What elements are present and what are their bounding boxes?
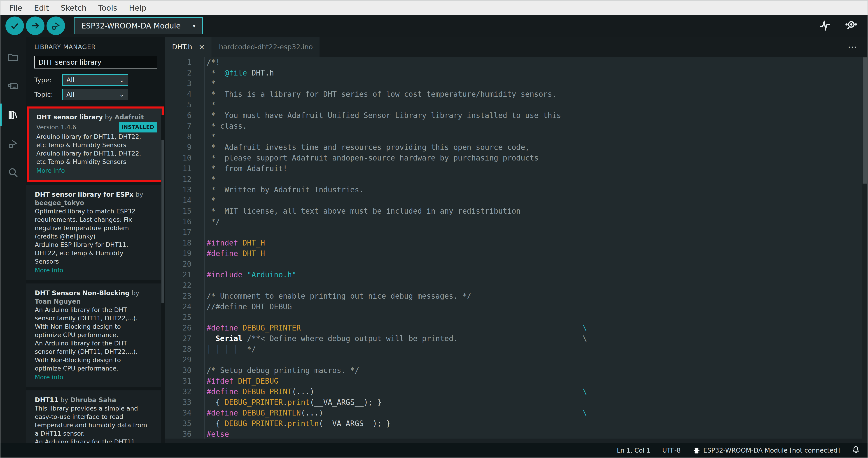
library-entry[interactable]: DHT sensor library by AdafruitVersion 1.… [27, 107, 164, 182]
menu-item-file[interactable]: File [4, 3, 28, 12]
code-line: 32#define DEBUG_PRINT(...)\ [165, 387, 868, 397]
sidebar-item-library-manager[interactable] [0, 101, 26, 129]
arrow-right-icon [30, 21, 40, 31]
line-number: 16 [165, 216, 191, 227]
line-number: 27 [165, 333, 191, 344]
library-description-line: etc Temp & Humidity Sensors [36, 141, 157, 149]
library-description-line: easy-to-use interface to read [35, 412, 159, 421]
library-description-line: requirements. Last changes: Fix [35, 216, 159, 224]
menu-item-help[interactable]: Help [123, 3, 152, 12]
notifications-bell-icon[interactable] [852, 445, 860, 456]
line-number: 29 [165, 354, 191, 365]
editor-scrollbar[interactable] [862, 57, 868, 443]
menu-bar: FileEditSketchToolsHelp [0, 1, 868, 15]
line-continuation-backslash: \ [583, 408, 587, 418]
code-editor[interactable]: 1/*!2 * @file DHT.h3 *4 * This is a libr… [165, 57, 868, 443]
sidebar-item-boards-manager[interactable] [0, 71, 26, 101]
line-number: 7 [165, 121, 191, 131]
chevron-down-icon: ⌄ [119, 77, 124, 83]
board-selector-label: ESP32-WROOM-DA Module [81, 22, 181, 30]
code-line: 7 * class. [165, 121, 868, 131]
line-number: 22 [165, 280, 191, 291]
library-description-line: Optimized libray to match ESP32 [35, 207, 159, 216]
serial-plotter-icon[interactable] [819, 20, 831, 32]
line-number: 13 [165, 184, 191, 195]
library-entry[interactable]: DHT sensor library for ESPx by beegee_to… [26, 185, 165, 280]
scrollbar-thumb[interactable] [863, 57, 867, 183]
chip-icon [692, 446, 700, 455]
library-entry[interactable]: DHT Sensors Non-Blocking by Toan NguyenA… [26, 284, 165, 387]
tab-dht-h[interactable]: DHT.h × [165, 37, 212, 57]
sidebar-item-search[interactable] [0, 158, 26, 187]
code-line: 17 [165, 227, 868, 237]
type-filter-select[interactable]: All ⌄ [62, 75, 128, 86]
code-line: 9 * Adafruit invests time and resources … [165, 142, 868, 152]
line-number: 1 [165, 57, 191, 67]
line-number: 19 [165, 248, 191, 259]
code-line: 26#define DEBUG_PRINTER\ [165, 322, 868, 333]
line-number: 8 [165, 131, 191, 142]
editor-area: DHT.h × hardcoded-dht22-esp32.ino ⋯ 1/*!… [165, 37, 868, 443]
more-info-link[interactable]: More info [36, 166, 157, 175]
library-description-line: temperature and humidity data from [35, 421, 159, 429]
horizontal-scrollbar[interactable] [165, 438, 862, 443]
chevron-down-icon: ⌄ [119, 91, 124, 98]
search-input[interactable] [34, 56, 157, 68]
panel-title: LIBRARY MANAGER [26, 37, 165, 50]
upload-button[interactable] [26, 17, 44, 35]
library-description-line: a DHT11 sensor. [35, 429, 159, 438]
chevron-down-icon: ▾ [193, 22, 195, 29]
debug-button[interactable] [46, 17, 65, 35]
menu-item-sketch[interactable]: Sketch [55, 3, 93, 12]
panel-scrollbar[interactable] [161, 115, 165, 443]
line-number: 6 [165, 110, 191, 121]
line-continuation-backslash: \ [583, 322, 587, 333]
close-icon[interactable]: × [198, 43, 205, 51]
line-number: 31 [165, 376, 191, 387]
line-number: 26 [165, 322, 191, 333]
code-line: 11 * from Adafruit! [165, 163, 868, 174]
menu-item-edit[interactable]: Edit [28, 3, 55, 12]
menu-item-tools[interactable]: Tools [92, 3, 123, 12]
library-description-line: With Non-Blocking design to [35, 356, 159, 364]
code-line: 4 * This is a library for DHT series of … [165, 89, 868, 99]
line-number: 25 [165, 312, 191, 322]
library-description-line: optimize CPU performance. [35, 331, 159, 339]
line-number: 10 [165, 152, 191, 163]
code-line: 22 [165, 280, 868, 291]
more-info-link[interactable]: More info [35, 266, 159, 275]
line-number: 33 [165, 397, 191, 408]
board-selector[interactable]: ESP32-WROOM-DA Module ▾ [74, 17, 203, 34]
more-actions-icon[interactable]: ⋯ [848, 41, 858, 52]
status-encoding[interactable]: UTF-8 [662, 447, 681, 454]
verify-button[interactable] [5, 17, 24, 35]
topic-filter-select[interactable]: All ⌄ [62, 89, 128, 100]
line-number: 2 [165, 67, 191, 78]
installed-badge: INSTALLED [119, 122, 157, 133]
library-description-line: Sensors [35, 257, 159, 266]
more-info-link[interactable]: More info [35, 373, 159, 381]
line-number: 5 [165, 99, 191, 110]
sidebar-item-sketchbook[interactable] [0, 42, 26, 71]
code-line: 34#define DEBUG_PRINTLN(...)\ [165, 408, 868, 418]
library-description-line: This library provides a simple and [35, 404, 159, 412]
code-line: 36#else [165, 429, 868, 439]
code-line: 18#ifndef DHT_H [165, 237, 868, 248]
line-number: 20 [165, 259, 191, 269]
folder-icon [7, 51, 19, 63]
editor-tab-bar: DHT.h × hardcoded-dht22-esp32.ino ⋯ [165, 37, 868, 57]
sidebar-item-debug[interactable] [0, 129, 26, 158]
status-cursor-position[interactable]: Ln 1, Col 1 [617, 447, 651, 454]
status-board[interactable]: ESP32-WROOM-DA Module [not connected] [692, 446, 840, 455]
code-line: 33 { DEBUG_PRINTER.print(__VA_ARGS__); } [165, 397, 868, 408]
tab-hardcoded-dht22-esp32-ino[interactable]: hardcoded-dht22-esp32.ino [212, 37, 319, 57]
code-line: 35 { DEBUG_PRINTER.println(__VA_ARGS__);… [165, 418, 868, 429]
line-number: 35 [165, 418, 191, 429]
serial-monitor-icon[interactable] [845, 20, 857, 32]
library-list: DHT sensor library by AdafruitVersion 1.… [26, 107, 165, 443]
line-number: 3 [165, 78, 191, 89]
board-icon [7, 80, 19, 92]
library-entry[interactable]: DHT11 by Dhruba SahaThis library provide… [26, 391, 165, 443]
code-line: 19#define DHT_H [165, 248, 868, 259]
line-number: 11 [165, 163, 191, 174]
